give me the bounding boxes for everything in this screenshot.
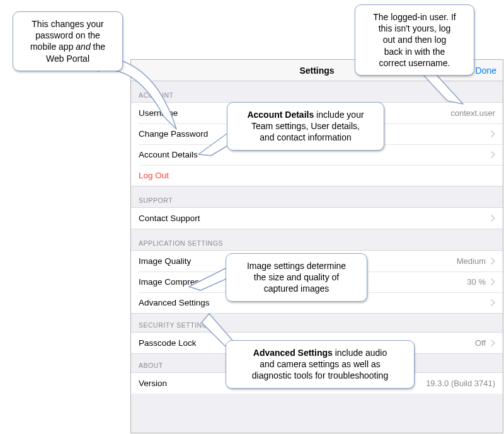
- chevron-right-icon: [491, 151, 495, 158]
- log-out-label: Log Out: [139, 171, 169, 180]
- callout-user: The logged-in user. If this isn't yours,…: [355, 4, 474, 76]
- row-log-out[interactable]: Log Out: [131, 165, 503, 186]
- username-label: Username: [139, 108, 178, 118]
- section-header-app: APPLICATION SETTINGS: [131, 229, 503, 250]
- section-support: Contact Support: [131, 207, 503, 229]
- passcode-lock-value: Off: [475, 338, 486, 348]
- chevron-right-icon: [491, 258, 495, 265]
- callout-advanced-settings: Advanced Settings include audio and came…: [226, 340, 415, 389]
- version-value: 19.3.0 (Build 3741): [426, 379, 495, 388]
- callout-image-settings: Image settings determine the size and qu…: [226, 253, 367, 302]
- callout-password: This changes your password on the mobile…: [13, 11, 123, 71]
- section-header-support: SUPPORT: [131, 186, 503, 207]
- section-header-security: SECURITY SETTINGS: [131, 314, 503, 332]
- section-header-account: ACCOUNT: [131, 81, 503, 102]
- done-button[interactable]: Done: [476, 60, 496, 81]
- image-quality-value: Medium: [457, 256, 486, 266]
- row-contact-support[interactable]: Contact Support: [131, 208, 503, 229]
- image-quality-label: Image Quality: [139, 256, 191, 266]
- passcode-lock-label: Passcode Lock: [139, 338, 197, 348]
- username-value: context.user: [450, 108, 495, 118]
- callout-account-details: Account Details include your Team settin…: [227, 102, 384, 151]
- version-label: Version: [139, 379, 167, 388]
- chevron-right-icon: [491, 215, 495, 222]
- image-compression-value: 30 %: [467, 277, 486, 287]
- chevron-right-icon: [491, 340, 495, 346]
- chevron-right-icon: [491, 278, 495, 285]
- advanced-settings-label: Advanced Settings: [139, 298, 210, 307]
- chevron-right-icon: [491, 130, 495, 137]
- change-password-label: Change Password: [139, 129, 208, 139]
- account-details-label: Account Details: [139, 150, 198, 159]
- image-compression-label: Image Compression: [139, 277, 215, 287]
- contact-support-label: Contact Support: [139, 214, 200, 223]
- chevron-right-icon: [491, 299, 495, 306]
